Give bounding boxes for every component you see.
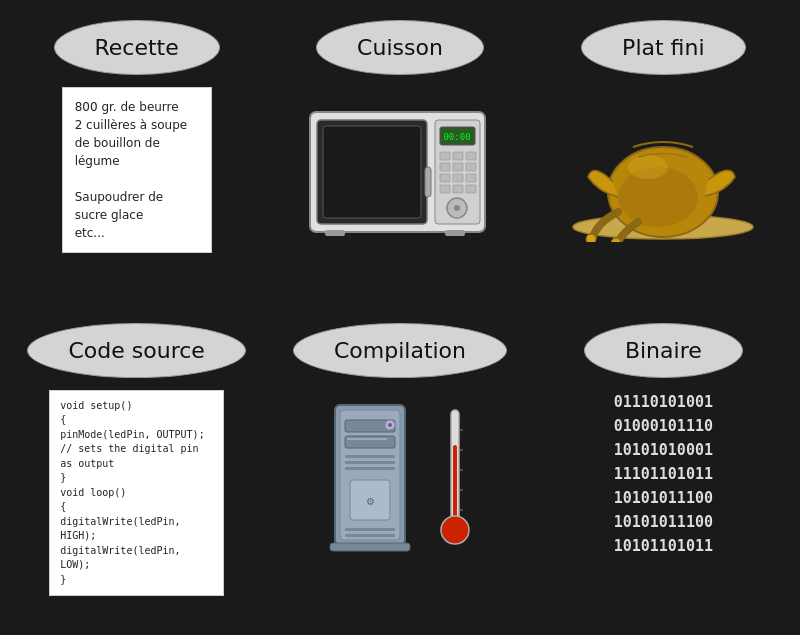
cell-cuisson: Cuisson 00:00 xyxy=(273,20,526,313)
microwave-area: 00:00 xyxy=(300,87,500,247)
recipe-text: 800 gr. de beurre2 cuillères à soupede b… xyxy=(75,100,188,240)
svg-rect-32 xyxy=(345,436,395,448)
svg-rect-2 xyxy=(323,126,421,218)
label-cuisson: Cuisson xyxy=(316,20,484,75)
computer-icon: ⚙ xyxy=(325,400,425,560)
svg-rect-38 xyxy=(345,467,395,470)
label-code-source: Code source xyxy=(27,323,245,378)
svg-rect-45 xyxy=(453,445,457,520)
thermometer-icon xyxy=(435,400,475,560)
svg-point-35 xyxy=(388,423,392,427)
code-card: void setup(){ pinMode(ledPin, OUTPUT); /… xyxy=(49,390,224,597)
svg-rect-36 xyxy=(345,455,395,458)
recipe-card: 800 gr. de beurre2 cuillères à soupede b… xyxy=(62,87,212,253)
code-text: void setup(){ pinMode(ledPin, OUTPUT); /… xyxy=(60,400,205,585)
svg-rect-16 xyxy=(440,185,450,193)
svg-rect-37 xyxy=(345,461,395,464)
svg-rect-11 xyxy=(453,163,463,171)
svg-rect-3 xyxy=(425,167,431,197)
svg-rect-18 xyxy=(466,185,476,193)
svg-point-26 xyxy=(586,234,596,242)
svg-rect-43 xyxy=(330,543,410,551)
main-grid: Recette 800 gr. de beurre2 cuillères à s… xyxy=(0,0,800,635)
label-recette: Recette xyxy=(54,20,220,75)
binary-row: 01000101110 xyxy=(614,414,713,438)
cell-plat-fini: Plat fini xyxy=(537,20,790,313)
label-plat-fini: Plat fini xyxy=(581,20,745,75)
svg-rect-41 xyxy=(345,528,395,531)
svg-rect-12 xyxy=(466,163,476,171)
label-compilation: Compilation xyxy=(293,323,507,378)
computer-area: ⚙ xyxy=(300,390,500,560)
svg-rect-9 xyxy=(466,152,476,160)
binary-display: 0111010100101000101110101010100011110110… xyxy=(614,390,713,558)
svg-text:00:00: 00:00 xyxy=(443,132,470,142)
svg-rect-42 xyxy=(345,534,395,537)
cell-recette: Recette 800 gr. de beurre2 cuillères à s… xyxy=(10,20,263,313)
svg-rect-15 xyxy=(466,174,476,182)
svg-rect-7 xyxy=(440,152,450,160)
svg-rect-22 xyxy=(445,230,465,236)
binary-row: 10101011100 xyxy=(614,510,713,534)
binary-row: 01110101001 xyxy=(614,390,713,414)
binary-row: 10101101011 xyxy=(614,534,713,558)
svg-point-20 xyxy=(454,205,460,211)
cell-compilation: Compilation xyxy=(273,323,526,616)
svg-rect-33 xyxy=(347,438,387,440)
svg-text:⚙: ⚙ xyxy=(365,496,374,507)
binary-row: 11101101011 xyxy=(614,462,713,486)
microwave-icon: 00:00 xyxy=(305,92,495,242)
svg-rect-10 xyxy=(440,163,450,171)
label-binaire: Binaire xyxy=(584,323,743,378)
svg-rect-17 xyxy=(453,185,463,193)
svg-rect-8 xyxy=(453,152,463,160)
svg-rect-13 xyxy=(440,174,450,182)
svg-point-46 xyxy=(441,516,469,544)
binary-row: 10101011100 xyxy=(614,486,713,510)
cell-binaire: Binaire 01110101001010001011101010101000… xyxy=(537,323,790,616)
svg-point-28 xyxy=(628,155,668,179)
cell-code-source: Code source void setup(){ pinMode(ledPin… xyxy=(10,323,263,616)
food-area xyxy=(563,87,763,247)
cooked-food-icon xyxy=(563,92,763,242)
svg-rect-14 xyxy=(453,174,463,182)
svg-rect-21 xyxy=(325,230,345,236)
binary-row: 10101010001 xyxy=(614,438,713,462)
